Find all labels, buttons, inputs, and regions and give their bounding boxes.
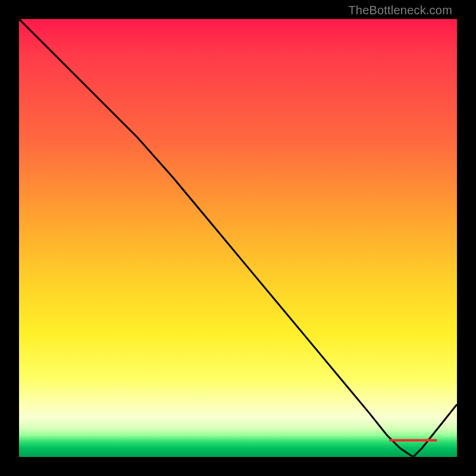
curve-path xyxy=(19,19,457,457)
line-overlay xyxy=(19,19,457,457)
chart-frame: TheBottleneck.com xyxy=(0,0,476,476)
watermark-text: TheBottleneck.com xyxy=(348,4,452,17)
